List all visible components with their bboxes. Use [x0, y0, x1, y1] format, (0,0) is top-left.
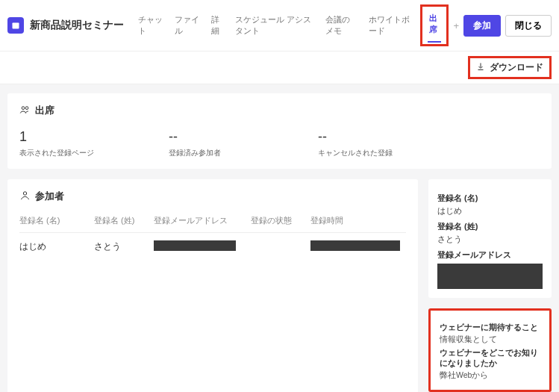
detail-value-last: さとう: [437, 234, 543, 245]
cell-first-name: はじめ: [19, 240, 94, 253]
stat-value: --: [318, 129, 422, 145]
stat-value: --: [169, 129, 273, 145]
qa-question: ウェビナーをどこでお知りになりましたか: [440, 348, 540, 369]
download-label: ダウンロード: [490, 61, 543, 74]
stat-label: キャンセルされた登録: [318, 148, 422, 158]
tab-attendance[interactable]: 出席: [424, 8, 446, 40]
stat-registered-pages: 1 表示された登録ページ: [19, 129, 124, 158]
svg-rect-1: [13, 23, 19, 25]
stat-value: 1: [19, 129, 124, 145]
col-last-name[interactable]: 登録名 (姓): [94, 215, 154, 226]
redacted-text: [310, 240, 400, 251]
stat-label: 登録済み参加者: [169, 148, 273, 158]
highlight-download: ダウンロード: [468, 56, 552, 79]
redacted-text: [437, 264, 543, 289]
tab-list: チャット ファイル 詳細 スケジュール アシスタント 会議のメモ ホワイトボード…: [133, 4, 463, 46]
registrant-detail-card: 登録名 (名) はじめ 登録名 (姓) さとう 登録メールアドレス: [428, 179, 552, 298]
participants-card: 参加者 登録名 (名) 登録名 (姓) 登録メールアドレス 登録の状態 登録時間…: [7, 179, 418, 392]
download-button[interactable]: ダウンロード: [470, 58, 549, 77]
redacted-text: [154, 240, 236, 251]
table-header: 登録名 (名) 登録名 (姓) 登録メールアドレス 登録の状態 登録時間: [19, 215, 406, 233]
lower-row: 参加者 登録名 (名) 登録名 (姓) 登録メールアドレス 登録の状態 登録時間…: [7, 179, 552, 392]
attendance-stats: 1 表示された登録ページ -- 登録済み参加者 -- キャンセルされた登録: [19, 129, 540, 158]
stat-label: 表示された登録ページ: [19, 148, 124, 158]
tab-meeting-notes[interactable]: 会議のメモ: [320, 10, 363, 41]
stat-cancelled: -- キャンセルされた登録: [318, 129, 422, 158]
person-icon: [19, 190, 31, 203]
detail-sidebar: 登録名 (名) はじめ 登録名 (姓) さとう 登録メールアドレス ウェビナーに…: [428, 179, 552, 392]
cell-last-name: さとう: [94, 240, 154, 253]
page-title: 新商品説明セミナー: [30, 19, 124, 32]
add-tab-button[interactable]: +: [449, 17, 463, 34]
col-status[interactable]: 登録の状態: [251, 215, 310, 226]
col-first-name[interactable]: 登録名 (名): [19, 215, 94, 226]
svg-point-3: [25, 107, 28, 110]
tab-scheduling-assistant[interactable]: スケジュール アシスタント: [230, 10, 321, 41]
join-button[interactable]: 参加: [463, 15, 501, 37]
detail-label-first: 登録名 (名): [437, 193, 543, 204]
calendar-icon: [7, 17, 24, 34]
stat-registered-participants: -- 登録済み参加者: [169, 129, 273, 158]
header-actions: 参加 閉じる: [463, 15, 552, 37]
questionnaire-card: ウェビナーに期待すること 情報収集として ウェビナーをどこでお知りになりましたか…: [428, 308, 552, 392]
detail-label-email: 登録メールアドレス: [437, 249, 543, 261]
close-button[interactable]: 閉じる: [505, 15, 552, 37]
tab-files[interactable]: ファイル: [169, 10, 206, 41]
qa-answer: 弊社Webから: [440, 370, 540, 381]
toolbar: ダウンロード: [0, 52, 559, 84]
detail-value-first: はじめ: [437, 205, 543, 217]
detail-label-last: 登録名 (姓): [437, 221, 543, 232]
highlight-active-tab: 出席: [420, 4, 449, 46]
participants-title: 参加者: [35, 190, 64, 203]
content-area: 出席 1 表示された登録ページ -- 登録済み参加者 -- キャンセルされた登録: [0, 84, 559, 392]
attendance-heading: 出席: [19, 104, 540, 117]
qa-answer: 情報収集として: [440, 335, 540, 345]
cell-email: [154, 240, 251, 253]
svg-point-2: [22, 107, 25, 110]
download-icon: [476, 62, 485, 73]
svg-point-4: [23, 192, 26, 195]
tab-chat[interactable]: チャット: [133, 10, 169, 41]
tab-whiteboard[interactable]: ホワイトボード: [363, 10, 419, 41]
qa-question: ウェビナーに期待すること: [440, 323, 540, 333]
col-time[interactable]: 登録時間: [310, 215, 406, 226]
tab-details[interactable]: 詳細: [206, 10, 230, 41]
app-header: 新商品説明セミナー チャット ファイル 詳細 スケジュール アシスタント 会議の…: [0, 0, 559, 52]
attendance-title: 出席: [35, 104, 54, 117]
table-row[interactable]: はじめ さとう: [19, 233, 406, 261]
attendance-card: 出席 1 表示された登録ページ -- 登録済み参加者 -- キャンセルされた登録: [7, 93, 552, 169]
cell-time: [310, 240, 406, 253]
col-email[interactable]: 登録メールアドレス: [154, 215, 251, 226]
people-icon: [19, 104, 31, 117]
participants-heading: 参加者: [19, 190, 406, 203]
